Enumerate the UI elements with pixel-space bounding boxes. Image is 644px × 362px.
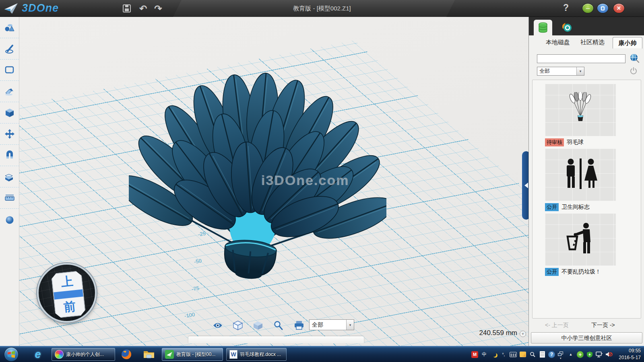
category-filter-value: 全部 <box>537 68 576 75</box>
dropdown-arrow-icon[interactable]: ▾ <box>346 320 354 330</box>
taskbar-window-label: 教育版 - [模型00... <box>176 351 215 358</box>
community-site-button[interactable]: 中小学三维创意社区 <box>531 332 642 343</box>
tool-sketch[interactable] <box>0 38 19 60</box>
tray-help-icon[interactable]: ? <box>548 351 555 358</box>
tool-feature-cube[interactable] <box>0 102 19 123</box>
sphere-icon <box>4 214 15 225</box>
sketch-pen-icon <box>4 43 15 54</box>
wireframe-mode-button[interactable] <box>232 319 244 331</box>
shuttlecock-thumb <box>564 92 597 128</box>
taskbar-firefox[interactable] <box>118 348 135 361</box>
tray-document-icon[interactable] <box>539 351 546 358</box>
search-button[interactable] <box>629 53 640 64</box>
next-page-button[interactable]: 下一页 -> <box>591 322 615 329</box>
category-filter-dropdown[interactable]: 全部 ▾ <box>537 67 584 76</box>
save-button[interactable] <box>121 3 133 14</box>
taskbar-ie[interactable]: e <box>29 348 47 361</box>
print-button[interactable] <box>293 319 305 331</box>
tray-show-hidden-button[interactable]: ▲ <box>567 351 574 358</box>
taskbar: e 康小帅的个人创... 教育版 - [模型00... <box>0 346 644 362</box>
tray-volume-muted-icon[interactable] <box>605 351 613 358</box>
close-button[interactable]: ✕ <box>613 3 625 13</box>
tray-skin-icon[interactable] <box>519 351 526 358</box>
keyboard-shape <box>510 352 517 357</box>
dropdown-arrow-icon[interactable]: ▾ <box>576 67 584 75</box>
view-cube-front-face[interactable]: 前 <box>54 296 85 317</box>
edit-sketch-icon <box>4 64 15 76</box>
tray-shield-icon[interactable] <box>586 351 593 358</box>
tool-eraser[interactable] <box>0 81 19 102</box>
tab-community-site[interactable] <box>558 21 575 34</box>
window-title: 教育版 - [模型002.Z1] <box>201 0 443 17</box>
display-filter-dropdown[interactable]: 全部 ▾ <box>309 319 354 330</box>
taskbar-clock[interactable]: 09:55 2016-5-17 <box>614 348 641 361</box>
tray-punctuation-icon[interactable]: °, <box>500 351 507 358</box>
visibility-button[interactable] <box>212 319 224 331</box>
taskbar-explorer[interactable] <box>140 348 158 361</box>
undo-button[interactable]: ↶ <box>137 3 149 14</box>
start-button[interactable] <box>4 347 19 362</box>
cube-icon <box>4 107 15 118</box>
tab-library[interactable] <box>534 20 552 35</box>
power-icon <box>630 67 638 75</box>
tool-move[interactable] <box>0 123 19 145</box>
model-thumbnail <box>545 84 616 136</box>
tray-moon-icon[interactable] <box>490 351 497 358</box>
model-card-restroom[interactable]: 公开 卫生间标志 <box>545 149 616 211</box>
tray-sogou-icon[interactable]: M <box>471 351 478 358</box>
eye-icon <box>213 321 223 329</box>
tool-basic-solids[interactable] <box>0 17 19 38</box>
taskbar-window-label: 羽毛球教程.docx ... <box>240 351 281 358</box>
maximize-button[interactable] <box>597 3 609 13</box>
tray-magnifier-icon[interactable] <box>529 351 536 358</box>
fit-view-button[interactable]: ▾ <box>520 331 526 337</box>
prev-page-button[interactable]: <- 上一页 <box>545 322 569 329</box>
firefox-icon <box>121 349 132 360</box>
ruler-icon <box>4 192 15 204</box>
tray-ime-indicator[interactable]: 中 <box>481 351 488 358</box>
view-cube-top-face[interactable]: 上 <box>52 272 83 292</box>
view-cube-navigator[interactable]: 上 前 <box>37 263 97 323</box>
zoom-button[interactable] <box>272 319 284 331</box>
tray-network-icon[interactable] <box>596 351 603 358</box>
maximize-icon <box>601 6 605 10</box>
panel-collapse-handle[interactable] <box>522 151 528 220</box>
model-card-label: 公开 不要乱扔垃圾！ <box>545 268 616 276</box>
tool-edit-sketch[interactable] <box>0 60 19 81</box>
shaded-mode-button[interactable] <box>252 319 264 331</box>
save-icon <box>122 4 131 13</box>
tool-combine[interactable] <box>0 166 19 187</box>
tray-windows-update-icon[interactable]: ▾ <box>557 351 565 358</box>
autohide-shelf[interactable] <box>188 336 364 343</box>
panel-header <box>529 17 644 35</box>
help-button[interactable]: ? <box>560 2 572 13</box>
taskbar-window-3done[interactable]: 教育版 - [模型00... <box>162 348 223 361</box>
tool-magnet[interactable] <box>0 145 19 166</box>
left-toolbar <box>0 17 19 346</box>
taskbar-window-word[interactable]: W 羽毛球教程.docx ... <box>226 348 287 361</box>
viewport[interactable]: -25 -50 -75 -100 <box>19 17 528 346</box>
refresh-power-button[interactable] <box>630 67 638 76</box>
paper-plane-icon <box>4 2 19 14</box>
model-thumbnail <box>545 149 616 201</box>
tray-keyboard-icon[interactable] <box>510 351 517 358</box>
tray-360-safe-icon[interactable]: + <box>577 351 584 358</box>
search-input[interactable] <box>537 54 625 63</box>
tab-community-picks[interactable]: 社区精选 <box>580 39 605 46</box>
taskbar-window-browser[interactable]: 康小帅的个人创... <box>52 348 115 361</box>
community-logo-icon <box>560 21 572 33</box>
tab-user[interactable]: 康小帅 <box>613 37 642 49</box>
model-card-badminton[interactable]: 待审核 羽毛球 <box>545 84 616 146</box>
redo-button[interactable]: ↷ <box>152 3 164 14</box>
shuttlecock-model[interactable] <box>129 32 386 290</box>
tab-local-disk[interactable]: 本地磁盘 <box>546 39 570 46</box>
tool-measure[interactable] <box>0 187 19 209</box>
database-icon <box>538 22 548 33</box>
view-cube-box: 上 前 <box>51 270 86 318</box>
tool-render-sphere[interactable] <box>0 209 19 230</box>
minimize-button[interactable]: ─ <box>582 3 594 13</box>
app-logo[interactable]: 3DOne <box>4 2 59 14</box>
model-card-litter[interactable]: 公开 不要乱扔垃圾！ <box>545 214 616 276</box>
search-globe-icon <box>629 53 640 64</box>
status-badge: 待审核 <box>545 138 564 146</box>
